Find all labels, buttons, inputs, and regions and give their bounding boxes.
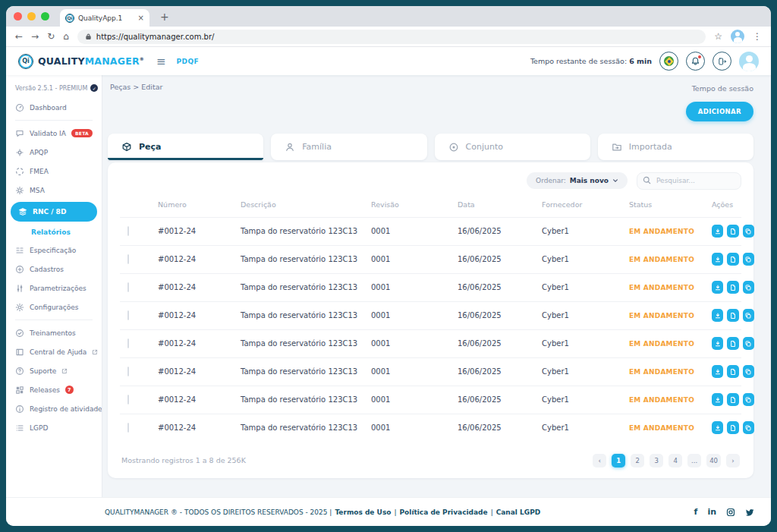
browser-tab[interactable]: Qi QualityApp.1 × [60,9,149,27]
sidebar-item-treinamentos[interactable]: Treinamentos [6,323,102,342]
pagination-next-button[interactable]: › [726,454,740,467]
copy-button[interactable] [743,337,754,350]
sidebar-item-apqp[interactable]: APQP [6,143,102,162]
sidebar-item-registro-de-atividades[interactable]: Registro de atividades [6,399,102,418]
pagination-page-2[interactable]: 2 [631,454,644,467]
sidebar-item-cadastros[interactable]: Cadastros [6,260,102,279]
pagination-page-1[interactable]: 1 [612,454,625,467]
copy-button[interactable] [743,421,754,434]
module-label[interactable]: PDQF [177,58,199,65]
brand-logo[interactable]: Qi QUALITYMANAGER® [18,54,144,69]
document-button[interactable] [727,309,738,322]
sidebar-item-suporte[interactable]: Suporte [6,361,102,380]
pagination-prev-button[interactable]: ‹ [593,454,606,467]
download-button[interactable] [712,365,723,378]
document-button[interactable] [727,253,738,266]
copy-button[interactable] [743,309,754,322]
bookmark-star-icon[interactable]: ☆ [714,32,722,41]
maximize-window-button[interactable] [41,12,49,20]
copy-button[interactable] [743,393,754,406]
browser-menu-icon[interactable]: ⋮ [753,32,762,41]
logout-button[interactable] [713,52,731,71]
browser-profile-avatar[interactable] [731,30,744,43]
linkedin-icon[interactable]: in [707,507,716,517]
language-button[interactable] [659,52,678,71]
document-button[interactable] [727,421,738,434]
back-icon[interactable]: ← [15,32,23,41]
pagination-summary: Mostrando registros 1 a 8 de 256K [121,456,246,464]
row-checkbox[interactable] [127,423,129,433]
reload-icon[interactable]: ↻ [47,32,55,41]
pagination-page-40[interactable]: 40 [706,454,721,467]
tab-importada[interactable]: Importada [598,134,753,160]
sidebar-item-central-de-ajuda[interactable]: Central de Ajuda [6,342,102,361]
tab-conjunto[interactable]: Conjunto [435,134,590,160]
breadcrumb[interactable]: Peças > Editar [108,83,753,91]
copy-button[interactable] [743,365,754,378]
new-tab-button[interactable]: + [160,11,169,22]
sidebar-item-dashboard[interactable]: Dashboard [6,98,102,117]
row-checkbox[interactable] [127,254,129,264]
footer-link-lgpd[interactable]: Canal LGPD [496,508,541,516]
row-checkbox[interactable] [127,226,129,236]
sidebar-item-releases[interactable]: Releases 7 [6,380,102,399]
row-checkbox[interactable] [127,395,129,405]
sort-dropdown[interactable]: Ordenar: Mais novo [527,172,628,189]
download-button[interactable] [712,421,723,434]
tab-familia[interactable]: Família [271,134,426,160]
download-button[interactable] [712,225,723,238]
download-button[interactable] [712,309,723,322]
sidebar-item-relatorios[interactable]: Relatórios [6,224,102,241]
sidebar-item-configuracoes[interactable]: Configurações [6,297,102,316]
document-button[interactable] [727,225,738,238]
footer-link-privacidade[interactable]: Política de Privacidade [400,508,488,516]
row-checkbox[interactable] [127,338,129,348]
download-button[interactable] [712,393,723,406]
document-button[interactable] [727,281,738,294]
forward-icon[interactable]: → [31,32,39,41]
sidebar-item-msa[interactable]: MSA [6,181,102,200]
search-input[interactable] [637,172,741,190]
pagination-page-4[interactable]: 4 [668,454,682,467]
tab-close-icon[interactable]: × [138,14,144,22]
sidebar-item-validato-ia[interactable]: Validato IA BETA [6,124,102,143]
table-row: #0012-24 Tampa do reservatório 123C13 00… [120,357,741,386]
document-button[interactable] [727,365,738,378]
sidebar-item-fmea[interactable]: FMEA [6,162,102,181]
sidebar-item-especificacao[interactable]: Especificação [6,241,102,260]
instagram-icon[interactable] [726,508,735,517]
row-checkbox[interactable] [127,367,129,376]
download-button[interactable] [712,337,723,350]
sidebar-label: Releases [30,386,60,394]
cell-fornecedor: Cyber1 [542,339,629,348]
sidebar-item-rnc-8d[interactable]: RNC / 8D [11,202,97,222]
home-icon[interactable]: ⌂ [63,32,69,41]
facebook-icon[interactable]: f [694,507,698,517]
cell-revisao: 0001 [371,311,458,320]
copy-button[interactable] [743,225,754,238]
info-icon [15,405,24,414]
sidebar-item-parametrizacoes[interactable]: Parametrizações [6,279,102,297]
copy-button[interactable] [743,281,754,294]
sidebar-label: Configurações [30,304,78,311]
close-window-button[interactable] [14,12,22,20]
copy-button[interactable] [743,253,754,266]
add-button[interactable]: ADICIONAR [686,102,753,121]
pagination-ellipsis[interactable]: ... [687,454,701,467]
notifications-button[interactable] [686,52,705,71]
pagination-page-3[interactable]: 3 [650,454,663,467]
url-bar[interactable]: https://qualitymanager.com.br/ [77,30,706,44]
footer-link-termos[interactable]: Termos de Uso [335,508,391,516]
document-button[interactable] [727,337,738,350]
tab-peca[interactable]: Peça [108,134,263,160]
row-checkbox[interactable] [127,310,129,320]
minimize-window-button[interactable] [27,12,36,20]
document-button[interactable] [727,393,738,406]
sidebar-item-lgpd[interactable]: LGPD [6,418,102,437]
download-button[interactable] [712,253,723,266]
download-button[interactable] [712,281,723,294]
row-checkbox[interactable] [127,282,129,292]
user-avatar[interactable] [739,52,759,71]
menu-toggle-icon[interactable]: ≡ [156,55,166,68]
twitter-icon[interactable] [745,508,754,517]
